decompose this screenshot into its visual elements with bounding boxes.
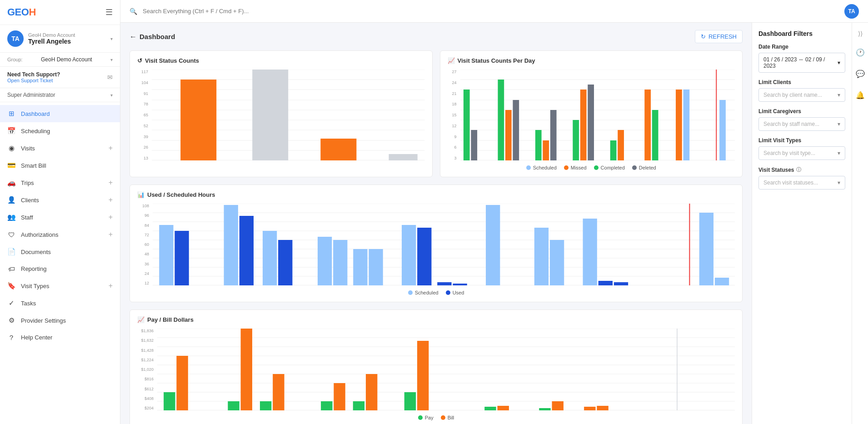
user-section[interactable]: TA GeoH Demo Account Tyrell Angeles ▾ — [0, 25, 120, 53]
chart3-icon: 📊 — [137, 191, 145, 198]
sidebar-item-dashboard[interactable]: ⊞ Dashboard — [0, 105, 120, 122]
sidebar-item-visits[interactable]: ◉ Visits + — [0, 140, 120, 157]
back-arrow-icon: ← — [130, 33, 137, 41]
visit-statuses-input[interactable]: Search visit statuses... ▾ — [758, 176, 845, 190]
role-chevron-icon[interactable]: ▾ — [110, 93, 113, 98]
sidebar-item-label-helpcenter: Help Center — [21, 334, 113, 341]
limit-caregivers-input[interactable]: Search by staff name... ▾ — [758, 117, 845, 131]
staff-icon: 👥 — [7, 213, 15, 221]
date-range-input[interactable]: 01 / 26 / 2023 ↔ 02 / 09 / 2023 ▾ — [758, 53, 845, 73]
search-input[interactable] — [143, 8, 839, 15]
clients-icon: 👤 — [7, 196, 15, 204]
dashboard-area: ← Dashboard ↻ REFRESH ↺ Visit Status Cou… — [120, 23, 752, 424]
group-chevron-icon[interactable]: ▾ — [110, 57, 113, 62]
limit-visit-types-input[interactable]: Search by visit type... ▾ — [758, 146, 845, 160]
history-icon[interactable]: 🕐 — [854, 46, 867, 59]
smartbill-icon: 💳 — [7, 161, 15, 170]
svg-rect-37 — [573, 120, 579, 160]
sidebar-item-label-staff: Staff — [21, 214, 103, 221]
filters-title: Dashboard Filters — [758, 30, 845, 37]
bell-icon[interactable]: 🔔 — [854, 89, 867, 101]
sidebar-item-label-documents: Documents — [21, 249, 113, 255]
sidebar-item-plus-staff[interactable]: + — [109, 213, 113, 221]
limit-clients-input[interactable]: Search by client name... ▾ — [758, 88, 845, 102]
sidebar-item-helpcenter[interactable]: ? Help Center — [0, 329, 120, 346]
chart3-svg: 1/26 1/28 1/30 2/1 2/3 2/5 2/7 2/9 — [153, 204, 735, 285]
svg-rect-110 — [241, 329, 252, 410]
hamburger-icon[interactable]: ☰ — [105, 7, 113, 17]
support-link[interactable]: Open Support Ticket — [7, 78, 60, 83]
svg-rect-78 — [437, 282, 451, 285]
sidebar-item-label-smartbill: Smart Bill — [21, 162, 113, 169]
svg-rect-34 — [535, 130, 541, 160]
refresh-icon: ↻ — [701, 33, 706, 40]
sidebar-item-clients[interactable]: 👤 Clients + — [0, 191, 120, 209]
sidebar-nav: ⊞ Dashboard 📅 Scheduling ◉ Visits + 💳 Sm… — [0, 102, 120, 424]
mail-icon[interactable]: ✉ — [107, 74, 113, 81]
message-icon[interactable]: 💬 — [854, 68, 867, 80]
chart2-svg: 1/26 1/28 1/30 2/1 2/3 2/5 2/7 2/9 — [460, 70, 735, 160]
svg-rect-67 — [175, 231, 189, 285]
role-section[interactable]: Super Administrator ▾ — [0, 88, 120, 102]
support-title: Need Tech Support? — [7, 71, 60, 78]
svg-rect-32 — [505, 110, 511, 160]
chart1-y-axis: 11710491786552392613 — [137, 70, 150, 160]
user-avatar-topbar[interactable]: TA — [844, 4, 859, 19]
visit-statuses-chevron-icon: ▾ — [838, 180, 840, 186]
sidebar-item-trips[interactable]: 🚗 Trips + — [0, 174, 120, 191]
refresh-button[interactable]: ↻ REFRESH — [695, 30, 743, 43]
back-button[interactable]: ← Dashboard — [130, 33, 175, 41]
chart2-y-axis: 272421181512963 — [448, 70, 459, 160]
main-area: 🔍 TA ← Dashboard ↻ REFRESH ↺ — [120, 0, 868, 424]
sidebar-item-smartbill[interactable]: 💳 Smart Bill — [0, 157, 120, 174]
sidebar-item-visittypes[interactable]: 🔖 Visit Types + — [0, 277, 120, 294]
svg-rect-117 — [404, 392, 416, 410]
svg-rect-72 — [318, 237, 332, 285]
sidebar-item-plus-trips[interactable]: + — [109, 179, 113, 187]
svg-rect-29 — [463, 90, 469, 160]
sidebar-item-staff[interactable]: 👥 Staff + — [0, 209, 120, 226]
chart3-title: 📊 Used / Scheduled Hours — [137, 191, 735, 198]
avatar: TA — [7, 30, 24, 47]
svg-rect-107 — [164, 392, 175, 410]
info-icon: ⓘ — [796, 166, 801, 173]
limit-clients-label: Limit Clients — [758, 79, 845, 85]
sidebar-item-plus-visits[interactable]: + — [109, 144, 113, 152]
sidebar-item-authorizations[interactable]: 🛡 Authorizations + — [0, 226, 120, 243]
sidebar: GEOH ☰ TA GeoH Demo Account Tyrell Angel… — [0, 0, 120, 424]
chart4-svg: 1/26 1/28 1/30 2/1 2/3 2/5 2/7 2/9 — [157, 329, 735, 410]
user-chevron-icon[interactable]: ▾ — [110, 36, 113, 41]
svg-rect-44 — [675, 90, 682, 160]
chart3-legend: Scheduled Used — [137, 290, 735, 295]
sidebar-item-reporting[interactable]: 🏷 Reporting — [0, 260, 120, 277]
chart1-title: ↺ Visit Status Counts — [137, 57, 425, 64]
sidebar-item-plus-authorizations[interactable]: + — [109, 230, 113, 239]
svg-rect-114 — [334, 383, 345, 410]
sidebar-item-plus-visittypes[interactable]: + — [109, 282, 113, 290]
svg-rect-122 — [552, 401, 564, 410]
sidebar-item-tasks[interactable]: ✓ Tasks — [0, 294, 120, 312]
svg-rect-83 — [583, 219, 597, 285]
chart4-icon: 📈 — [137, 316, 145, 323]
chart2-title: 📈 Visit Status Counts Per Day — [448, 57, 735, 64]
svg-rect-76 — [402, 225, 416, 285]
chart1-icon: ↺ — [137, 57, 142, 64]
sidebar-item-scheduling[interactable]: 📅 Scheduling — [0, 122, 120, 140]
group-section[interactable]: Group: GeoH Demo Account ▾ — [0, 53, 120, 67]
chart1-svg: Completed Missed Deleted Scheduled — [152, 70, 425, 160]
reporting-icon: 🏷 — [7, 265, 15, 273]
svg-rect-46 — [719, 100, 726, 160]
support-section: Need Tech Support? Open Support Ticket ✉ — [0, 67, 120, 88]
sidebar-header: GEOH ☰ — [0, 0, 120, 25]
svg-rect-111 — [260, 401, 271, 410]
svg-rect-35 — [543, 140, 549, 160]
svg-rect-10 — [180, 80, 216, 160]
svg-rect-70 — [263, 231, 277, 285]
chart2-legend: Scheduled Missed Completed Deleted — [448, 165, 735, 170]
documents-icon: 📄 — [7, 248, 15, 256]
sidebar-item-plus-clients[interactable]: + — [109, 196, 113, 204]
sidebar-item-documents[interactable]: 📄 Documents — [0, 243, 120, 260]
sidebar-item-providersettings[interactable]: ⚙ Provider Settings — [0, 312, 120, 329]
caregivers-chevron-icon: ▾ — [838, 121, 840, 127]
collapse-panel-button[interactable]: ⟩⟩ — [858, 30, 863, 37]
